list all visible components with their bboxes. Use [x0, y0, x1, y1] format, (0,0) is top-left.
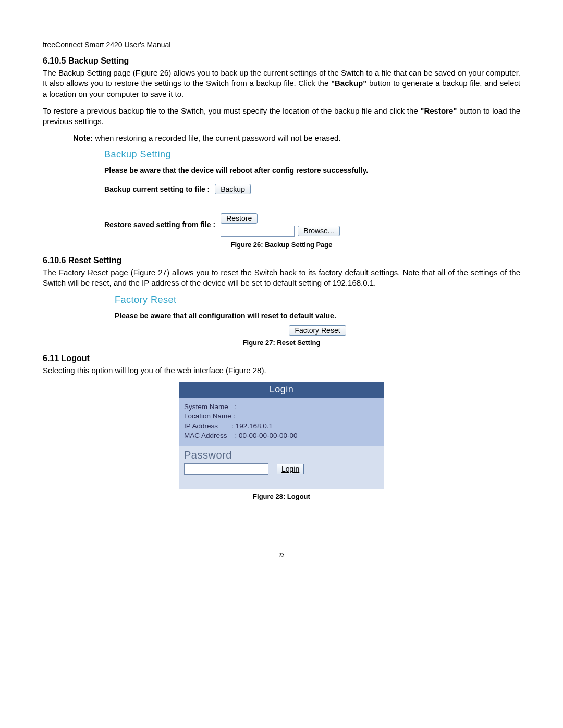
para-reset: The Factory Reset page (Figure 27) allow…	[43, 267, 520, 289]
figure-28-login-box: Login System Name : Location Name : IP A…	[179, 382, 384, 489]
password-input[interactable]	[184, 463, 268, 475]
login-info-panel: System Name : Location Name : IP Address…	[179, 398, 384, 446]
heading-logout: 6.11 Logout	[43, 354, 520, 363]
restore-button[interactable]: Restore	[221, 213, 258, 224]
doc-header: freeConnect Smart 2420 User's Manual	[43, 41, 520, 49]
fig27-title: Factory Reset	[115, 294, 520, 305]
bold-restore: "Restore"	[420, 106, 457, 115]
browse-button[interactable]: Browse...	[298, 226, 339, 236]
system-name-label: System Name :	[184, 403, 236, 411]
fig26-backup-label: Backup current setting to file :	[104, 185, 210, 193]
password-label: Password	[184, 449, 379, 461]
fig26-warning: Please be aware that the device will reb…	[104, 166, 520, 175]
ip-address-label: IP Address :	[184, 422, 236, 430]
heading-backup-setting: 6.10.5 Backup Setting	[43, 56, 520, 66]
heading-reset-setting: 6.10.6 Reset Setting	[43, 256, 520, 265]
restore-file-input[interactable]	[221, 226, 295, 237]
fig28-caption: Figure 28: Logout	[43, 492, 520, 500]
fig26-caption: Figure 26: Backup Setting Page	[43, 241, 520, 249]
note-text: when restoring a recorded file, the curr…	[93, 133, 340, 142]
figure-26: Backup Setting Please be aware that the …	[104, 149, 520, 237]
para-backup-2: To restore a previous backup file to the…	[43, 106, 520, 127]
fig26-title: Backup Setting	[104, 149, 520, 160]
login-button[interactable]: Login	[277, 464, 304, 474]
figure-27: Factory Reset Please be aware that all c…	[115, 294, 520, 336]
fig26-restore-row: Restore saved setting from file : Restor…	[104, 213, 520, 237]
note-label: Note:	[73, 133, 93, 142]
para-logout: Selecting this option will log you of th…	[43, 365, 520, 376]
fig27-caption: Figure 27: Reset Setting	[43, 339, 520, 347]
ip-address-value: 192.168.0.1	[236, 422, 273, 430]
mac-address-value: 00-00-00-00-00-00	[239, 431, 298, 439]
bold-backup: "Backup"	[331, 79, 366, 88]
backup-button[interactable]: Backup	[215, 184, 251, 194]
login-password-panel: Password Login	[179, 446, 384, 489]
fig26-restore-label: Restore saved setting from file :	[104, 220, 215, 229]
login-title-bar: Login	[179, 382, 384, 398]
para-backup-1: The Backup Setting page (Figure 26) allo…	[43, 68, 520, 100]
mac-address-label: MAC Address :	[184, 431, 239, 439]
location-name-label: Location Name :	[184, 412, 235, 420]
para-text: To restore a previous backup file to the…	[43, 106, 420, 115]
factory-reset-button[interactable]: Factory Reset	[289, 325, 346, 336]
note-line: Note: when restoring a recorded file, th…	[73, 133, 520, 143]
page-number: 23	[43, 552, 520, 558]
fig26-backup-row: Backup current setting to file : Backup	[104, 184, 520, 194]
fig27-warning: Please be aware that all configuration w…	[115, 312, 520, 320]
